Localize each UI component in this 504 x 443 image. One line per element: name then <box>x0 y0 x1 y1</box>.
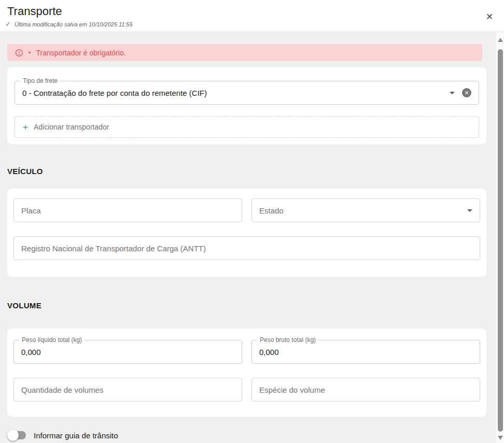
estado-placeholder: Estado <box>259 206 284 215</box>
close-icon: ✕ <box>486 12 493 22</box>
peso-liquido-label: Peso líquido total (kg) <box>19 336 85 344</box>
clear-icon[interactable]: ✕ <box>462 88 471 97</box>
vehicle-section-heading: VEÍCULO <box>7 167 496 176</box>
last-saved-status: ✓ Última modificação salva em 10/10/2025… <box>5 21 133 27</box>
transport-dialog: Transporte ✓ Última modificação salva em… <box>0 0 504 443</box>
close-button[interactable]: ✕ <box>484 12 495 22</box>
estado-select[interactable]: Estado <box>251 198 480 222</box>
error-icon <box>15 49 23 57</box>
error-message: Transportador é obrigatório. <box>36 49 126 57</box>
vehicle-card: Estado <box>7 189 486 277</box>
vertical-scrollbar[interactable] <box>496 32 504 443</box>
add-transportador-label: Adicionar transportador <box>34 123 109 131</box>
tipo-frete-label: Tipo de frete <box>20 77 60 85</box>
peso-bruto-label: Peso bruto total (kg) <box>257 336 318 344</box>
page-title: Transporte <box>7 5 62 18</box>
tipo-frete-select[interactable]: Tipo de frete 0 - Contratação do frete p… <box>15 81 479 105</box>
tipo-frete-value: 0 - Contratação do frete por conta do re… <box>15 89 450 97</box>
last-saved-text: Última modificação salva em 10/10/2025 1… <box>15 21 133 27</box>
dialog-header: Transporte ✓ Última modificação salva em… <box>0 0 504 32</box>
scroll-up-arrow-icon[interactable] <box>498 38 503 42</box>
quantidade-volumes-input[interactable] <box>13 378 242 402</box>
transit-guide-label: Informar guia de trânsito <box>34 431 118 440</box>
chevron-down-icon <box>467 209 472 212</box>
add-transportador-button[interactable]: + Adicionar transportador <box>15 116 479 138</box>
transit-guide-toggle[interactable] <box>7 430 27 441</box>
volume-card: Peso líquido total (kg) 0,000 Peso bruto… <box>7 328 486 417</box>
volume-section-heading: VOLUME <box>7 301 496 310</box>
peso-liquido-value: 0,000 <box>14 348 242 356</box>
error-bullet: • <box>29 49 31 56</box>
toggle-thumb <box>7 430 19 441</box>
dialog-content: • Transportador é obrigatório. Tipo de f… <box>0 32 496 443</box>
scroll-down-arrow-icon[interactable] <box>498 436 503 440</box>
freight-card: Tipo de frete 0 - Contratação do frete p… <box>7 67 486 144</box>
peso-liquido-field[interactable]: Peso líquido total (kg) 0,000 <box>13 340 242 364</box>
plus-icon: + <box>23 123 28 132</box>
placa-input[interactable] <box>13 198 242 222</box>
error-banner: • Transportador é obrigatório. <box>7 44 482 61</box>
antt-input[interactable] <box>13 236 480 260</box>
transit-guide-row: Informar guia de trânsito <box>7 430 496 441</box>
check-icon: ✓ <box>5 21 11 27</box>
scrollbar-thumb[interactable] <box>498 49 503 432</box>
chevron-down-icon[interactable] <box>450 92 455 94</box>
especie-volume-input[interactable] <box>251 378 480 402</box>
peso-bruto-field[interactable]: Peso bruto total (kg) 0,000 <box>251 340 480 364</box>
peso-bruto-value: 0,000 <box>252 348 480 356</box>
